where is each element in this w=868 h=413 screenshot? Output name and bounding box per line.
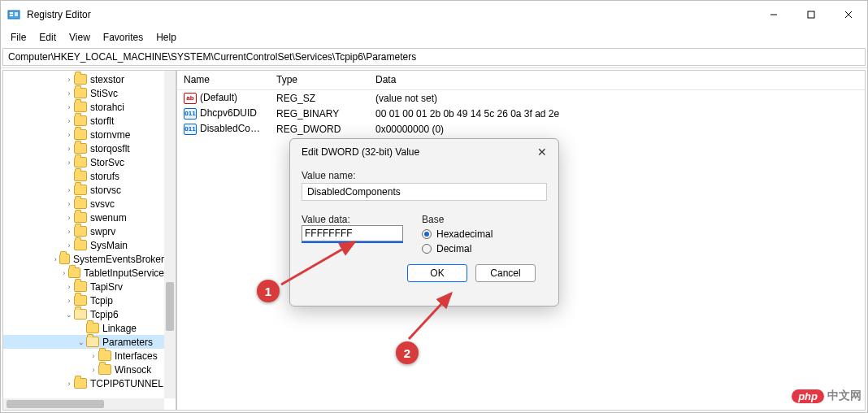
- ok-button[interactable]: OK: [407, 264, 467, 282]
- tree-item[interactable]: ›TabletInputService: [3, 266, 164, 280]
- folder-icon: [74, 309, 87, 320]
- tree-item-label: stexstor: [90, 74, 124, 85]
- svg-rect-2: [10, 15, 13, 16]
- tree-item-label: StorSvc: [90, 157, 124, 168]
- list-row[interactable]: ab(Default)REG_SZ(value not set): [177, 90, 865, 106]
- tree-item-label: storflt: [90, 115, 114, 127]
- chevron-right-icon[interactable]: ›: [64, 186, 74, 194]
- close-button[interactable]: [830, 1, 867, 28]
- chevron-right-icon[interactable]: ›: [64, 214, 74, 222]
- chevron-right-icon[interactable]: ›: [64, 103, 74, 111]
- chevron-right-icon[interactable]: ›: [64, 159, 74, 167]
- column-header-name[interactable]: Name: [177, 71, 270, 89]
- tree-item[interactable]: ›SystemEventsBroker: [3, 252, 164, 266]
- tree-vertical-scrollbar[interactable]: [164, 71, 176, 398]
- chevron-right-icon[interactable]: ›: [64, 228, 74, 236]
- menu-file[interactable]: File: [4, 30, 33, 45]
- base-label: Base: [422, 214, 547, 225]
- chevron-right-icon[interactable]: ›: [64, 297, 74, 305]
- chevron-right-icon[interactable]: ›: [64, 117, 74, 125]
- menu-edit[interactable]: Edit: [33, 30, 63, 45]
- scrollbar-thumb[interactable]: [166, 282, 174, 331]
- folder-icon: [98, 350, 111, 361]
- menu-view[interactable]: View: [63, 30, 97, 45]
- address-bar[interactable]: Computer\HKEY_LOCAL_MACHINE\SYSTEM\Curre…: [2, 48, 866, 66]
- tree-item-label: SysMain: [90, 240, 128, 251]
- chevron-down-icon[interactable]: ⌄: [76, 338, 86, 346]
- dialog-close-button[interactable]: ✕: [534, 146, 550, 159]
- watermark-pill: php: [792, 389, 824, 403]
- menu-favorites[interactable]: Favorites: [97, 30, 150, 45]
- chevron-right-icon[interactable]: ›: [64, 380, 74, 388]
- chevron-right-icon[interactable]: ›: [89, 352, 98, 360]
- value-name-field[interactable]: DisabledComponents: [302, 183, 547, 201]
- value-name-label: Value name:: [302, 170, 547, 181]
- tree-item-label: TabletInputService: [84, 267, 164, 279]
- tree-item[interactable]: storufs: [3, 169, 164, 183]
- chevron-right-icon[interactable]: ›: [64, 145, 74, 153]
- tree-item-label: Interfaces: [115, 350, 158, 362]
- chevron-right-icon[interactable]: ›: [59, 269, 68, 277]
- folder-icon: [74, 295, 87, 306]
- svg-rect-3: [15, 12, 18, 16]
- titlebar: Registry Editor: [1, 1, 867, 28]
- folder-icon: [74, 240, 87, 250]
- folder-icon: [74, 185, 87, 195]
- folder-icon: [74, 143, 87, 154]
- tree-item[interactable]: ›storflt: [3, 114, 164, 128]
- tree-item[interactable]: ›Tcpip: [3, 293, 164, 307]
- tree-item[interactable]: ›storvsc: [3, 183, 164, 197]
- tree-item-label: storqosflt: [90, 143, 130, 154]
- tree-item[interactable]: ›StorSvc: [3, 155, 164, 169]
- folder-icon: [68, 267, 80, 278]
- list-row[interactable]: 011DisabledCompo...REG_DWORD0x00000000 (…: [177, 121, 865, 137]
- tree-item[interactable]: ›svsvc: [3, 197, 164, 211]
- tree-item-label: Linkage: [102, 323, 137, 334]
- chevron-right-icon[interactable]: ›: [64, 200, 74, 208]
- folder-icon: [74, 171, 87, 181]
- tree-item[interactable]: ›TapiSrv: [3, 280, 164, 293]
- scrollbar-thumb[interactable]: [7, 400, 104, 408]
- chevron-down-icon[interactable]: ⌄: [64, 311, 74, 319]
- folder-icon: [74, 129, 87, 140]
- tree-item[interactable]: ›SysMain: [3, 238, 164, 252]
- column-header-data[interactable]: Data: [369, 71, 865, 89]
- tree-item[interactable]: ›storahci: [3, 100, 164, 114]
- chevron-right-icon[interactable]: ›: [64, 131, 74, 139]
- tree-item[interactable]: ›swprv: [3, 224, 164, 238]
- tree-item[interactable]: ›stornvme: [3, 128, 164, 141]
- tree-item[interactable]: ⌄Tcpip6: [3, 307, 164, 321]
- radio-decimal[interactable]: Decimal: [422, 243, 547, 254]
- tree-item[interactable]: ›storqosflt: [3, 141, 164, 155]
- value-name-cell: Dhcpv6DUID: [200, 107, 257, 119]
- annotation-marker-2: 2: [396, 341, 419, 364]
- chevron-right-icon[interactable]: ›: [64, 76, 74, 84]
- minimize-button[interactable]: [755, 1, 792, 28]
- chevron-right-icon[interactable]: ›: [64, 241, 74, 250]
- annotation-marker-1: 1: [257, 280, 280, 302]
- app-icon: [7, 8, 20, 21]
- tree-item[interactable]: ›TCPIP6TUNNEL: [3, 376, 164, 390]
- svg-line-9: [409, 293, 451, 339]
- cancel-button[interactable]: Cancel: [475, 264, 536, 282]
- tree-item[interactable]: ›StiSvc: [3, 86, 164, 100]
- chevron-right-icon[interactable]: ›: [89, 366, 98, 374]
- column-header-type[interactable]: Type: [270, 71, 369, 89]
- tree-item[interactable]: ⌄Parameters: [3, 335, 164, 349]
- tree-item[interactable]: ›Interfaces: [3, 349, 164, 363]
- chevron-right-icon[interactable]: ›: [64, 283, 74, 291]
- maximize-button[interactable]: [792, 1, 830, 28]
- radio-hexadecimal[interactable]: Hexadecimal: [422, 228, 547, 240]
- tree-item[interactable]: ›Winsock: [3, 363, 164, 376]
- tree-item-label: TapiSrv: [90, 281, 123, 293]
- list-row[interactable]: 011Dhcpv6DUIDREG_BINARY00 01 00 01 2b 0b…: [177, 106, 865, 121]
- tree-horizontal-scrollbar[interactable]: [3, 398, 164, 410]
- tree-item[interactable]: Linkage: [3, 321, 164, 335]
- tree-item[interactable]: ›swenum: [3, 211, 164, 224]
- tree-item[interactable]: ›stexstor: [3, 72, 164, 86]
- chevron-right-icon[interactable]: ›: [51, 255, 59, 263]
- menu-help[interactable]: Help: [150, 30, 183, 45]
- value-data-cell: 00 01 00 01 2b 0b 49 14 5c 26 0a 3f ad 2…: [369, 107, 865, 120]
- folder-icon: [98, 364, 111, 375]
- chevron-right-icon[interactable]: ›: [64, 89, 74, 98]
